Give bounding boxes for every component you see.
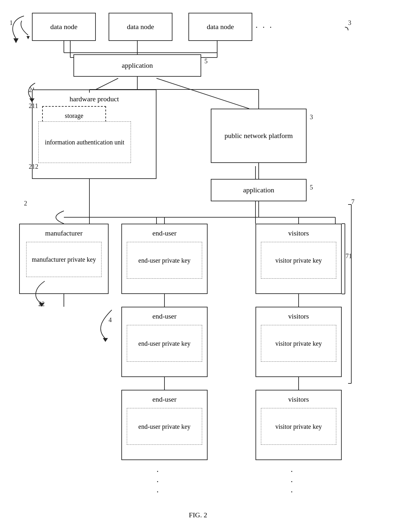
end-user-key-1-box: end-user private key (127, 242, 202, 279)
visitor-key-2-box: visitor private key (261, 325, 336, 362)
label-5a: 5 (204, 58, 208, 65)
visitor-key-1-box: visitor private key (261, 242, 336, 279)
visitor-key-3-label: visitor private key (275, 422, 322, 431)
label-7: 7 (351, 198, 354, 205)
data-node-1-label: data node (50, 22, 78, 32)
svg-marker-48 (39, 303, 44, 307)
end-user-key-2-label: end-user private key (138, 339, 190, 348)
svg-line-7 (156, 78, 249, 109)
label-5b: 5 (310, 184, 313, 191)
svg-marker-46 (13, 38, 19, 43)
svg-marker-49 (103, 338, 108, 342)
label-212: 212 (29, 163, 38, 170)
visitor-key-1-label: visitor private key (275, 256, 322, 265)
public-network-label: public network platform (225, 131, 293, 141)
visitors-3-outer-box: visitors visitor private key (255, 390, 342, 460)
data-node-3-box: data node (188, 13, 252, 41)
data-node-3-label: data node (207, 22, 234, 32)
end-user-3-label: end-user (152, 395, 177, 404)
info-auth-box: information authentication unit (38, 121, 131, 163)
end-user-2-label: end-user (152, 312, 177, 321)
dots-end-user: ··· (156, 466, 159, 497)
dots-visitors: ··· (291, 466, 293, 497)
ref21-arrow (19, 80, 57, 105)
end-user-key-3-label: end-user private key (138, 422, 190, 431)
label-2: 2 (24, 200, 27, 207)
figure-label: FIG. 2 (189, 511, 207, 519)
application-2-label: application (243, 186, 274, 195)
visitor-key-2-label: visitor private key (275, 339, 322, 348)
info-auth-label: information authentication unit (45, 138, 125, 147)
data-node-2-label: data node (127, 22, 154, 32)
ref4-arrow (89, 307, 141, 345)
application-1-box: application (73, 54, 201, 77)
end-user-1-label: end-user (152, 229, 177, 238)
storage-label: storage (65, 112, 83, 120)
label-3b: 3 (310, 113, 313, 121)
ref1-arrow (6, 13, 45, 48)
visitors-1-label: visitors (288, 229, 309, 238)
application-1-label: application (122, 61, 153, 70)
visitors-2-label: visitors (288, 312, 309, 321)
diagram: 1 data node data node data node · · · 3 … (0, 0, 396, 532)
mfg-private-key-box: manufacturer private key (26, 242, 102, 277)
bracket-3a (255, 18, 351, 43)
end-user-3-outer-box: end-user end-user private key (121, 390, 208, 460)
visitors-2-outer-box: visitors visitor private key (255, 307, 342, 377)
manufacturer-label: manufacturer (45, 229, 82, 238)
hardware-product-label: hardware product (70, 95, 119, 104)
public-network-box: public network platform (211, 109, 307, 163)
end-user-key-3-box: end-user private key (127, 408, 202, 445)
application-2-box: application (211, 179, 307, 201)
mfg-private-key-label: manufacturer private key (32, 255, 96, 264)
visitor-key-3-box: visitor private key (261, 408, 336, 445)
svg-marker-47 (29, 98, 34, 102)
data-node-2-box: data node (109, 13, 172, 41)
visitors-1-outer-box: visitors visitor private key (255, 224, 342, 294)
visitors-3-label: visitors (288, 395, 309, 404)
ref22-arrow (26, 278, 70, 310)
label-71: 71 (346, 252, 352, 260)
end-user-1-outer-box: end-user end-user private key (121, 224, 208, 294)
end-user-key-1-label: end-user private key (138, 256, 190, 265)
